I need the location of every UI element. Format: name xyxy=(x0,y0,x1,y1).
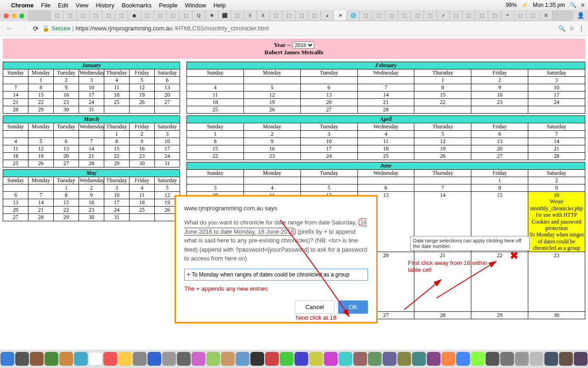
calendar-cell[interactable]: 20 xyxy=(155,92,180,99)
calendar-cell[interactable]: 16 xyxy=(243,145,300,153)
calendar-cell[interactable]: 8 xyxy=(104,138,130,145)
calendar-cell[interactable]: 1 xyxy=(28,77,54,84)
back-button[interactable]: ← xyxy=(4,24,15,33)
calendar-cell[interactable]: 14 xyxy=(79,145,104,153)
calendar-cell[interactable]: 4 xyxy=(130,184,155,192)
calendar-cell[interactable]: 11 xyxy=(104,84,130,92)
calendar-cell[interactable]: 25 xyxy=(357,153,414,160)
menu-edit[interactable]: Edit xyxy=(58,2,68,9)
calendar-cell[interactable]: 9 xyxy=(54,84,79,92)
calendar-cell[interactable]: 6 xyxy=(155,77,180,84)
calendar-cell[interactable]: 23 xyxy=(243,153,300,160)
calendar-cell[interactable]: 30 xyxy=(130,160,155,167)
menu-history[interactable]: History xyxy=(96,2,114,9)
calendar-cell[interactable]: 24 xyxy=(104,207,130,214)
calendar-cell[interactable]: 26 xyxy=(28,160,54,167)
calendar-cell[interactable]: 24 xyxy=(528,99,585,106)
dialog-input[interactable] xyxy=(184,269,368,281)
calendar-cell[interactable]: 29 xyxy=(104,160,130,167)
calendar-cell[interactable]: 25 xyxy=(187,106,244,114)
month-apr[interactable]: AprilSundayMondayTuesdayWednesdayThursda… xyxy=(187,115,585,160)
menu-help[interactable]: Help xyxy=(214,2,226,9)
ok-button[interactable]: OK xyxy=(338,300,368,314)
calendar-cell[interactable]: 28 xyxy=(3,106,28,114)
month-feb[interactable]: FebruarySundayMondayTuesdayWednesdayThur… xyxy=(187,62,585,114)
calendar-cell[interactable]: 25 xyxy=(3,160,28,167)
calendar-cell[interactable]: 13 xyxy=(54,145,79,153)
calendar-cell[interactable]: 12 xyxy=(130,84,155,92)
calendar-cell[interactable]: 17 xyxy=(300,145,357,153)
calendar-cell[interactable]: 28 xyxy=(79,160,104,167)
calendar-cell[interactable]: 7 xyxy=(79,138,104,145)
calendar-cell[interactable]: 24 xyxy=(79,99,104,106)
calendar-cell[interactable]: 14 xyxy=(28,199,54,207)
star-icon[interactable]: ☆ xyxy=(569,25,575,32)
calendar-cell[interactable]: 11 xyxy=(357,138,414,145)
reload-button[interactable]: ⟳ xyxy=(33,25,39,32)
calendar-cell[interactable]: 7 xyxy=(528,131,585,138)
calendar-cell[interactable]: 18 xyxy=(357,145,414,153)
calendar-cell[interactable]: 29 xyxy=(54,214,79,221)
active-tab[interactable]: ✕ xyxy=(334,10,347,20)
calendar-cell[interactable]: 31 xyxy=(155,160,180,167)
calendar-cell[interactable]: 3 xyxy=(104,184,130,192)
calendar-cell[interactable]: 26 xyxy=(243,106,300,114)
calendar-cell[interactable]: 17 xyxy=(155,145,180,153)
calendar-cell[interactable]: 27 xyxy=(54,160,79,167)
calendar-cell[interactable]: 28 xyxy=(528,153,585,160)
calendar-cell[interactable]: 12 xyxy=(243,92,300,99)
menu-icon[interactable]: ≡ xyxy=(581,2,584,8)
calendar-cell[interactable]: 23 xyxy=(130,153,155,160)
calendar-cell[interactable]: 22 xyxy=(28,99,54,106)
calendar-cell[interactable]: 13 xyxy=(471,138,528,145)
calendar-cell[interactable]: 4 xyxy=(187,84,244,92)
month-jan[interactable]: JanuarySundayMondayTuesdayWednesdayThurs… xyxy=(3,62,180,114)
calendar-cell[interactable]: 2 xyxy=(79,184,104,192)
calendar-cell[interactable]: 3 xyxy=(79,77,104,84)
calendar-cell[interactable]: 6 xyxy=(54,138,79,145)
calendar-cell[interactable]: 8 xyxy=(28,84,54,92)
calendar-cell[interactable]: 14 xyxy=(3,92,28,99)
calendar-cell[interactable]: 9 xyxy=(79,192,104,199)
calendar-cell[interactable]: 18 xyxy=(187,99,244,106)
calendar-cell[interactable]: 15 xyxy=(28,92,54,99)
mac-dock[interactable] xyxy=(0,350,588,368)
calendar-cell[interactable]: 2 xyxy=(54,77,79,84)
calendar-cell[interactable]: 6 xyxy=(3,192,28,199)
calendar-cell[interactable]: 25 xyxy=(104,99,130,106)
calendar-cell[interactable]: 1 xyxy=(414,77,471,84)
calendar-cell[interactable]: 10 xyxy=(79,84,104,92)
calendar-cell[interactable]: 13 xyxy=(300,92,357,99)
calendar-cell[interactable]: 2 xyxy=(471,77,528,84)
calendar-cell[interactable]: 28 xyxy=(28,214,54,221)
menu-file[interactable]: File xyxy=(41,2,51,9)
calendar-cell[interactable]: 3 xyxy=(155,131,180,138)
calendar-cell[interactable]: 12 xyxy=(414,138,471,145)
calendar-cell[interactable]: 8 xyxy=(187,138,244,145)
calendar-cell[interactable]: 21 xyxy=(528,145,585,153)
calendar-cell[interactable]: 16 xyxy=(130,145,155,153)
calendar-cell[interactable]: 19 xyxy=(243,99,300,106)
calendar-cell[interactable]: 30 xyxy=(54,106,79,114)
calendar-cell[interactable]: 15 xyxy=(414,92,471,99)
maximize-window-button[interactable] xyxy=(19,13,24,18)
calendar-cell[interactable]: 23 xyxy=(471,99,528,106)
calendar-cell[interactable]: 2 xyxy=(243,131,300,138)
calendar-cell[interactable]: 4 xyxy=(3,138,28,145)
calendar-cell[interactable]: 16 xyxy=(471,92,528,99)
calendar-cell[interactable]: 19 xyxy=(130,92,155,99)
month-mar[interactable]: MarchSundayMondayTuesdayWednesdayThursda… xyxy=(3,115,180,167)
calendar-cell[interactable]: 1 xyxy=(187,131,244,138)
calendar-cell[interactable]: 18 xyxy=(3,153,28,160)
calendar-cell[interactable]: 9 xyxy=(471,84,528,92)
calendar-cell[interactable]: 7 xyxy=(357,84,414,92)
menu-dots-icon[interactable]: ⋮ xyxy=(578,25,584,32)
calendar-cell[interactable]: 17 xyxy=(528,92,585,99)
cell-jun-16[interactable]: 16Wrote monthly_chronicler.php for use w… xyxy=(528,192,585,252)
calendar-cell[interactable]: 13 xyxy=(3,199,28,207)
calendar-cell[interactable]: 18 xyxy=(130,199,155,207)
calendar-cell[interactable]: 21 xyxy=(28,207,54,214)
month-may[interactable]: MaySundayMondayTuesdayWednesdayThursdayF… xyxy=(3,169,180,221)
calendar-cell[interactable]: 10 xyxy=(104,192,130,199)
calendar-cell[interactable]: 31 xyxy=(79,106,104,114)
